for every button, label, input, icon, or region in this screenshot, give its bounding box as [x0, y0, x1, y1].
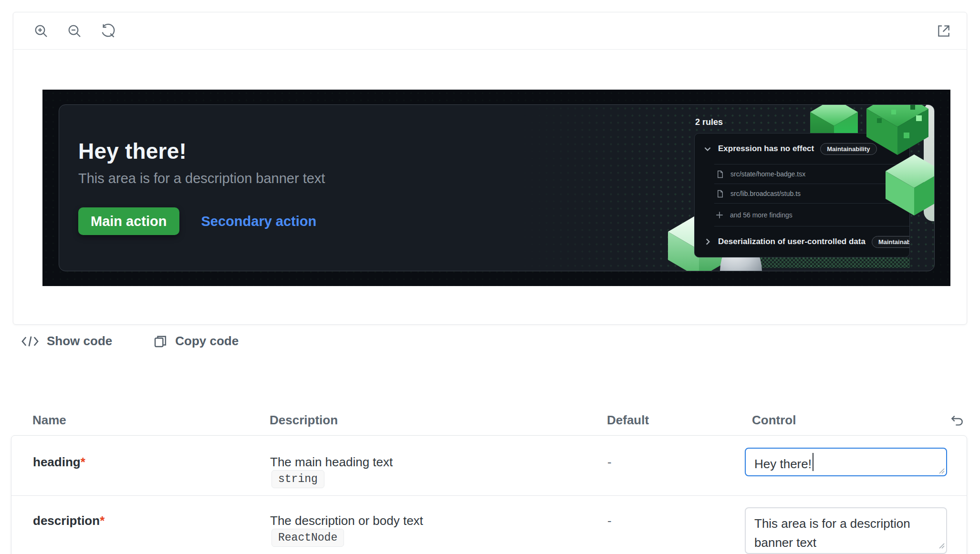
divider: [11, 495, 967, 496]
arg-name: heading*: [33, 455, 85, 470]
copy-icon: [153, 334, 167, 349]
file-icon: [716, 190, 724, 198]
cube-illustration-right: [865, 104, 935, 230]
file-icon: [716, 170, 724, 178]
arg-description: The main heading text: [270, 455, 393, 470]
preview-toolbar: [13, 12, 967, 50]
rule-badge: Maintainability: [872, 236, 910, 248]
text-cursor: [813, 453, 813, 471]
column-header-name: Name: [32, 413, 66, 428]
banner-heading: Hey there!: [78, 138, 325, 164]
docs-page: Hey there! This area is for a descriptio…: [0, 0, 980, 554]
required-asterisk: *: [81, 455, 85, 469]
arg-description: The description or body text: [270, 513, 423, 528]
finding-file-path: src/state/home-badge.tsx: [730, 170, 805, 178]
more-findings-label: and 56 more findings: [730, 211, 792, 219]
show-code-label: Show code: [47, 334, 112, 349]
code-icon: [21, 334, 39, 349]
banner-card: Hey there! This area is for a descriptio…: [59, 104, 935, 271]
zoom-in-icon[interactable]: [32, 22, 50, 40]
copy-code-button[interactable]: Copy code: [153, 334, 239, 349]
heading-control-input[interactable]: Hey there!: [745, 448, 947, 476]
arg-default: -: [607, 455, 612, 470]
copy-code-label: Copy code: [175, 334, 239, 349]
story-preview-panel: Hey there! This area is for a descriptio…: [13, 12, 967, 325]
open-external-icon[interactable]: [935, 22, 952, 40]
chevron-right-icon: [703, 237, 712, 246]
code-actions-bar: Show code Copy code: [21, 334, 239, 349]
required-asterisk: *: [100, 513, 104, 528]
chevron-down-icon: [703, 144, 712, 153]
column-header-default: Default: [607, 413, 649, 428]
arg-control: This area is for a description banner te…: [745, 507, 947, 554]
column-header-description: Description: [270, 413, 338, 428]
reset-controls-icon[interactable]: [949, 412, 966, 429]
rule-title: Deserialization of user-controlled data: [718, 237, 865, 246]
rule-row-collapsed[interactable]: Deserialization of user-controlled data …: [695, 226, 909, 257]
banner-component: Hey there! This area is for a descriptio…: [42, 90, 950, 286]
arg-default: -: [607, 513, 612, 528]
show-code-button[interactable]: Show code: [21, 334, 112, 349]
checker-texture: [736, 257, 910, 268]
main-action-button[interactable]: Main action: [78, 207, 179, 235]
plus-icon: [715, 211, 724, 219]
column-header-control: Control: [752, 413, 796, 428]
arg-name: description*: [33, 513, 104, 528]
secondary-action-link[interactable]: Secondary action: [201, 214, 317, 229]
arg-type-badge: string: [271, 470, 324, 488]
rule-title: Expression has no effect: [718, 144, 814, 154]
description-control-input[interactable]: This area is for a description banner te…: [745, 507, 947, 554]
banner-description: This area is for a description banner te…: [78, 171, 325, 186]
args-table-body: heading* The main heading text string - …: [11, 435, 967, 554]
arg-type-badge: ReactNode: [271, 529, 344, 547]
zoom-reset-icon[interactable]: [99, 22, 116, 40]
args-table-header: Name Description Default Control: [0, 413, 980, 430]
finding-file-path: src/lib.broadcast/stub.ts: [730, 190, 801, 197]
arg-control: Hey there!: [745, 448, 947, 478]
zoom-out-icon[interactable]: [66, 22, 83, 40]
